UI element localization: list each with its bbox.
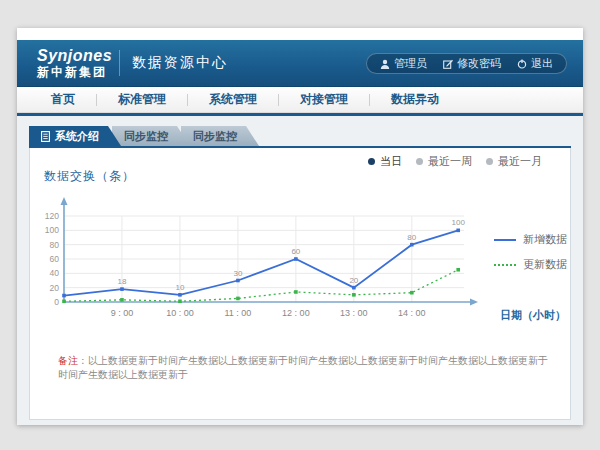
svg-text:100: 100	[452, 218, 466, 227]
footnote-text: ：以上数据更新于时间产生数据以上数据更新于时间产生数据以上数据更新于时间产生数据…	[58, 355, 548, 380]
range-option-last-week[interactable]: 最近一周	[416, 154, 472, 169]
logo-text-en: Synjones	[37, 48, 113, 64]
app-header: Synjones 新中新集团 数据资源中心 管理员 修改密码 退出	[17, 40, 583, 87]
change-password-label: 修改密码	[457, 56, 501, 71]
radio-dot	[486, 158, 493, 165]
window-top-strip	[17, 28, 583, 40]
tab-system-intro[interactable]: 系统介绍	[29, 126, 121, 146]
svg-text:13 : 00: 13 : 00	[340, 308, 368, 318]
header-divider	[119, 50, 120, 76]
nav-item-data-change[interactable]: 数据异动	[391, 91, 439, 108]
radio-dot	[368, 158, 375, 165]
app-window: Synjones 新中新集团 数据资源中心 管理员 修改密码 退出	[17, 28, 583, 425]
tab-sync-monitor-2[interactable]: 同步监控	[181, 126, 259, 146]
svg-text:80: 80	[407, 233, 416, 242]
svg-text:100: 100	[45, 225, 59, 235]
edit-icon	[443, 59, 453, 69]
svg-text:10: 10	[175, 283, 184, 292]
svg-text:20: 20	[349, 276, 358, 285]
document-icon	[41, 131, 50, 142]
legend-label: 更新数据	[523, 257, 567, 272]
range-selector: 当日 最近一周 最近一月	[368, 154, 542, 169]
logo-text-cn: 新中新集团	[37, 66, 113, 78]
range-option-last-month[interactable]: 最近一月	[486, 154, 542, 169]
tab-sync-monitor-1[interactable]: 同步监控	[112, 126, 190, 146]
svg-text:14 : 00: 14 : 00	[398, 308, 426, 318]
svg-text:40: 40	[50, 268, 60, 278]
svg-text:80: 80	[50, 240, 60, 250]
legend-label: 新增数据	[523, 232, 567, 247]
main-nav: 首页 标准管理 系统管理 对接管理 数据异动	[17, 87, 583, 113]
nav-item-interface-mgmt[interactable]: 对接管理	[300, 91, 348, 108]
tab-bar: 系统介绍 同步监控 同步监控	[29, 126, 571, 146]
svg-text:60: 60	[50, 254, 60, 264]
svg-text:20: 20	[50, 283, 60, 293]
panel-body: 当日 最近一周 最近一月 数据交换（条） 0204060801001209 : …	[29, 148, 571, 420]
tab-label: 系统介绍	[55, 129, 99, 144]
chart-x-axis-title: 日期（小时）	[500, 308, 566, 323]
logout-label: 退出	[531, 56, 553, 71]
range-option-label: 最近一周	[428, 154, 472, 169]
nav-item-home[interactable]: 首页	[51, 91, 75, 108]
radio-dot	[416, 158, 423, 165]
content-area: 系统介绍 同步监控 同步监控 当日 最近一	[17, 116, 583, 425]
legend-sample-solid-line	[494, 239, 516, 241]
user-button-label: 管理员	[394, 56, 427, 71]
nav-separator	[278, 94, 279, 106]
chart-y-axis-title: 数据交换（条）	[44, 168, 135, 185]
range-option-label: 当日	[380, 154, 402, 169]
tab-label: 同步监控	[193, 129, 237, 144]
legend-item-updated-data: 更新数据	[494, 257, 567, 272]
user-icon	[380, 59, 390, 69]
svg-text:0: 0	[54, 297, 59, 307]
page-title: 数据资源中心	[132, 54, 228, 72]
user-button[interactable]: 管理员	[380, 56, 427, 71]
nav-separator	[187, 94, 188, 106]
nav-separator	[96, 94, 97, 106]
svg-text:12 : 00: 12 : 00	[282, 308, 310, 318]
user-toolbar: 管理员 修改密码 退出	[366, 53, 567, 74]
svg-text:9 : 00: 9 : 00	[111, 308, 134, 318]
legend-sample-dotted-line	[494, 264, 516, 266]
svg-text:11 : 00: 11 : 00	[224, 308, 251, 318]
logout-button[interactable]: 退出	[517, 56, 553, 71]
chart-legend: 新增数据 更新数据	[494, 232, 567, 282]
nav-separator	[369, 94, 370, 106]
range-option-today[interactable]: 当日	[368, 154, 402, 169]
company-logo: Synjones 新中新集团	[17, 48, 113, 78]
tab-label: 同步监控	[124, 129, 168, 144]
svg-text:120: 120	[45, 211, 59, 221]
svg-text:60: 60	[291, 247, 300, 256]
power-icon	[517, 59, 527, 69]
change-password-button[interactable]: 修改密码	[443, 56, 501, 71]
svg-text:18: 18	[118, 277, 127, 286]
range-option-label: 最近一月	[498, 154, 542, 169]
footnote-label: 备注	[58, 355, 78, 366]
exchange-line-chart: 0204060801001209 : 0010 : 0011 : 0012 : …	[44, 190, 484, 330]
nav-item-system-mgmt[interactable]: 系统管理	[209, 91, 257, 108]
desktop-background: Synjones 新中新集团 数据资源中心 管理员 修改密码 退出	[0, 0, 600, 450]
svg-text:10 : 00: 10 : 00	[166, 308, 194, 318]
footnote: 备注：以上数据更新于时间产生数据以上数据更新于时间产生数据以上数据更新于时间产生…	[58, 354, 554, 382]
svg-text:30: 30	[233, 269, 242, 278]
legend-item-new-data: 新增数据	[494, 232, 567, 247]
nav-item-standard-mgmt[interactable]: 标准管理	[118, 91, 166, 108]
